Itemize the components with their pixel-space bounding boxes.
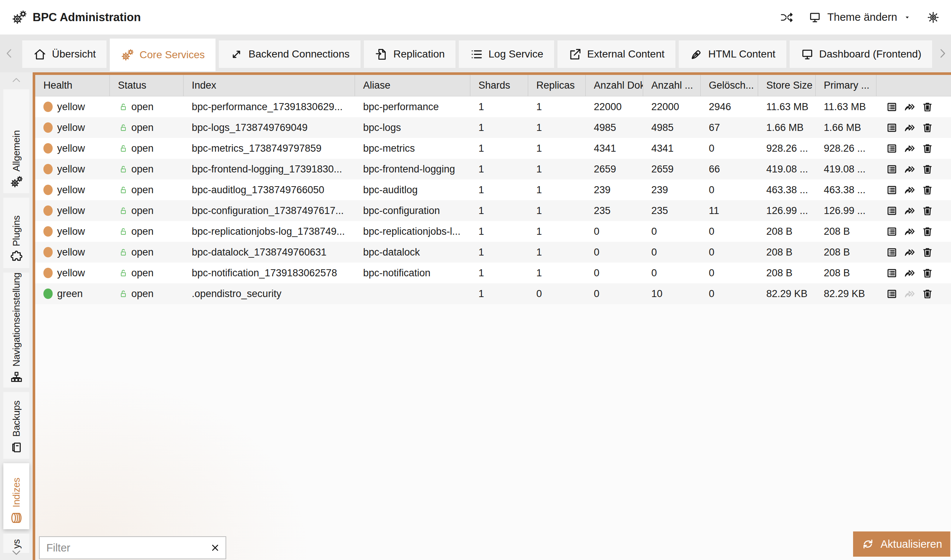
lock-open-icon <box>118 205 129 216</box>
share-button[interactable] <box>903 226 916 238</box>
shuffle-icon <box>780 11 793 24</box>
tab-bersicht[interactable]: Übersicht <box>22 40 106 68</box>
sidebar-item-label: Indizes <box>11 478 22 507</box>
tab-backend-connections[interactable]: Backend Connections <box>219 40 360 68</box>
sidebar-item-label: Plugins <box>11 215 22 246</box>
details-icon <box>886 184 898 196</box>
replicas-cell: 1 <box>528 163 586 175</box>
tab-label: Übersicht <box>52 48 96 60</box>
share-button[interactable] <box>903 184 916 196</box>
anzahl-cell: 4985 <box>643 122 701 134</box>
share-button[interactable] <box>903 205 916 217</box>
delete-button[interactable] <box>921 122 934 134</box>
monitor-icon <box>808 11 822 24</box>
share-icon <box>903 142 916 155</box>
monitor-icon <box>800 48 814 61</box>
column-header-anzahl-dok: Anzahl Dok <box>586 75 643 96</box>
index-cell: bpc-auditlog_1738749766050 <box>184 184 355 196</box>
details-button[interactable] <box>886 288 898 300</box>
share-button[interactable] <box>903 101 916 113</box>
delete-button[interactable] <box>921 142 934 155</box>
status-label: open <box>131 268 154 279</box>
health-label: yellow <box>57 268 85 279</box>
status-cell: open <box>110 101 184 113</box>
details-button[interactable] <box>886 184 898 196</box>
geloescht-cell: 0 <box>701 247 758 258</box>
sidebar-item-label: Allgemein <box>11 130 22 171</box>
sidebar-scroll-down-button[interactable] <box>9 547 23 558</box>
refresh-button[interactable]: Aktualisieren <box>853 531 950 557</box>
delete-button[interactable] <box>921 101 934 113</box>
share-button[interactable] <box>903 267 916 279</box>
sidebar-item-allgemein[interactable]: Allgemein <box>3 89 29 193</box>
tab-core-services[interactable]: Core Services <box>110 38 215 71</box>
filter-input[interactable] <box>40 542 205 554</box>
index-cell: bpc-replicationjobs-log_1738749... <box>184 226 355 237</box>
sidebar-scroll-up-button[interactable] <box>10 75 23 86</box>
tab-dashboard-frontend[interactable]: Dashboard (Frontend) <box>789 40 932 68</box>
aliase-cell: bpc-logs <box>355 122 470 134</box>
anzahl-dok-cell: 22000 <box>586 101 643 113</box>
details-button[interactable] <box>886 246 898 258</box>
delete-button[interactable] <box>921 184 934 196</box>
share-button[interactable] <box>903 246 916 258</box>
share-button[interactable] <box>903 163 916 175</box>
health-cell: green <box>35 288 110 300</box>
details-button[interactable] <box>886 101 898 113</box>
delete-button[interactable] <box>921 246 934 258</box>
share-button[interactable] <box>903 122 916 134</box>
anzahl-cell: 0 <box>643 247 701 258</box>
share-icon <box>903 122 916 134</box>
gear-icon <box>926 11 940 24</box>
theme-switch-button[interactable]: Theme ändern <box>808 11 912 24</box>
trash-icon <box>921 101 934 113</box>
tab-html-content[interactable]: HTML Content <box>679 40 786 68</box>
store-size-cell: 82.29 KB <box>758 288 816 300</box>
sidebar-item-plugins[interactable]: Plugins <box>3 198 29 268</box>
table-row: yellow open bpc-configuration_1738749761… <box>35 200 951 221</box>
geloescht-cell: 66 <box>701 163 758 175</box>
delete-button[interactable] <box>921 226 934 238</box>
sidebar-item-backups[interactable]: Backups <box>3 392 29 459</box>
tab-log-service[interactable]: Log Service <box>459 40 554 68</box>
store-size-cell: 11.63 MB <box>758 101 816 113</box>
delete-button[interactable] <box>921 205 934 217</box>
delete-button[interactable] <box>921 163 934 175</box>
share-button <box>903 288 916 300</box>
health-cell: yellow <box>35 205 110 217</box>
aliase-cell: bpc-auditlog <box>355 184 470 196</box>
trash-icon <box>921 246 934 258</box>
tabs-scroll-left-button[interactable] <box>3 46 16 61</box>
details-button[interactable] <box>886 142 898 155</box>
details-button[interactable] <box>886 226 898 238</box>
tab-external-content[interactable]: External Content <box>557 40 676 68</box>
status-label: open <box>131 163 154 175</box>
store-size-cell: 419.08 ... <box>758 163 816 175</box>
health-dot <box>43 205 53 216</box>
tabs-scroll-right-button[interactable] <box>936 46 949 61</box>
share-button[interactable] <box>903 142 916 155</box>
filter-clear-button[interactable] <box>205 537 226 558</box>
sidebar-item-navigationseinstellung[interactable]: Navigationseinstellung <box>3 272 29 388</box>
shuffle-button[interactable] <box>780 11 793 24</box>
settings-button[interactable] <box>926 11 940 24</box>
health-label: yellow <box>57 184 85 196</box>
delete-button[interactable] <box>921 288 934 300</box>
anzahl-cell: 2659 <box>643 163 701 175</box>
store-size-cell: 208 B <box>758 247 816 258</box>
details-button[interactable] <box>886 267 898 279</box>
primary-size-cell: 1.66 MB <box>816 122 876 134</box>
replicas-cell: 1 <box>528 184 586 196</box>
details-button[interactable] <box>886 122 898 134</box>
details-button[interactable] <box>886 163 898 175</box>
replicas-cell: 1 <box>528 143 586 154</box>
details-button[interactable] <box>886 205 898 217</box>
tab-replication[interactable]: Replication <box>364 40 456 68</box>
chevron-down-icon <box>9 547 23 558</box>
details-icon <box>886 142 898 155</box>
sidebar-item-indizes[interactable]: Indizes <box>3 463 29 529</box>
anzahl-dok-cell: 239 <box>586 184 643 196</box>
delete-button[interactable] <box>921 267 934 279</box>
column-header-index: Index <box>184 75 355 96</box>
status-cell: open <box>110 184 184 196</box>
